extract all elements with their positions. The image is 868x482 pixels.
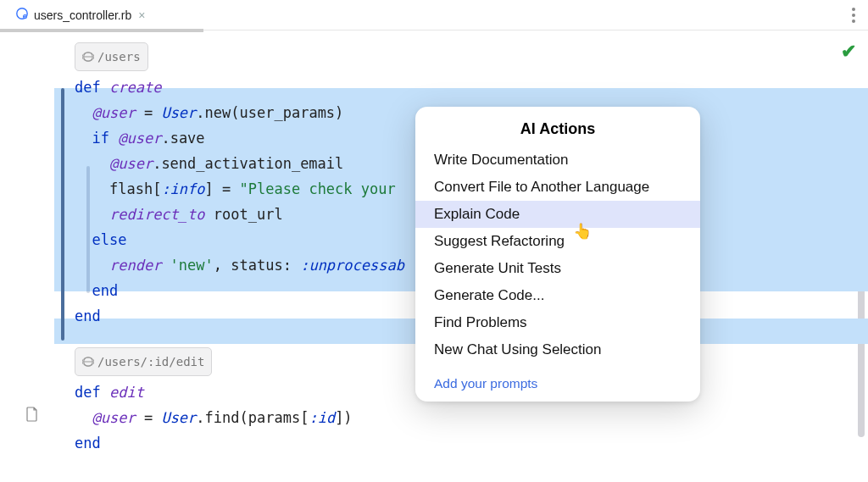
ruby-file-icon [15,7,29,23]
code-line: end [75,430,868,456]
code-line: def create [75,75,868,100]
editor[interactable]: ✔ /users def create @user = User.new(use… [0,30,868,482]
globe-icon [82,51,94,63]
route-path: /users [97,44,141,69]
cursor-pointer-icon: 👆 [573,222,592,241]
ai-action-write-documentation[interactable]: Write Documentation [415,147,700,174]
ai-action-explain-code[interactable]: Explain Code [415,201,700,228]
ai-action-find-problems[interactable]: Find Problems [415,309,700,336]
file-gutter-icon[interactable] [25,407,39,425]
tab-bar: users_controller.rb × [0,0,868,30]
popup-title: AI Actions [415,117,700,147]
more-menu-icon[interactable] [846,8,861,23]
code-line: @user = User.find(params[:id]) [75,405,868,430]
ai-action-generate-code[interactable]: Generate Code... [415,282,700,309]
route-label-edit[interactable]: /users/:id/edit [75,347,212,376]
globe-icon [82,356,94,368]
tab-filename: users_controller.rb [34,8,131,22]
file-tab[interactable]: users_controller.rb × [7,3,155,27]
route-path: /users/:id/edit [97,349,204,374]
gutter [0,30,54,482]
close-tab-icon[interactable]: × [136,8,147,22]
add-your-prompts-link[interactable]: Add your prompts [415,372,700,395]
selection-brace [61,88,64,341]
ai-action-convert-file[interactable]: Convert File to Another Language [415,174,700,201]
ai-action-suggest-refactoring[interactable]: Suggest Refactoring [415,228,700,255]
ai-actions-popup: AI Actions Write DocumentationConvert Fi… [415,107,700,402]
ai-action-generate-unit-tests[interactable]: Generate Unit Tests [415,255,700,282]
ai-action-new-chat-selection[interactable]: New Chat Using Selection [415,336,700,363]
route-label-users[interactable]: /users [75,42,148,71]
